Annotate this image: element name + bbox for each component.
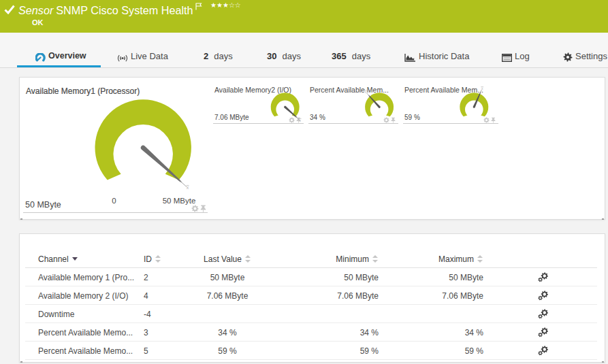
channel-table-panel: Channel ID Last Value Minimum Maximum Av… <box>19 233 605 363</box>
channel-row[interactable]: Available Memory 2 (I/O)47.06 MByte7.06 … <box>25 286 597 304</box>
tab-30-days[interactable]: 30days <box>267 51 301 63</box>
pin-icon[interactable] <box>491 117 496 123</box>
cell-id: 4 <box>144 286 170 304</box>
tab-2-days[interactable]: 2days <box>204 51 233 63</box>
gauge-divider <box>213 123 304 124</box>
sort-desc-icon <box>72 257 78 261</box>
cell-minimum: 7.06 MByte <box>285 286 384 304</box>
channel-settings-icon[interactable] <box>538 346 549 356</box>
channel-table-header-row: Channel ID Last Value Minimum Maximum <box>25 252 597 267</box>
gauge-title: Available Memory1 (Processor) <box>26 86 140 96</box>
tab-label: Settings <box>575 51 607 61</box>
gear-icon[interactable] <box>191 205 199 212</box>
column-header-last-value[interactable]: Last Value <box>170 252 285 267</box>
cell-channel[interactable]: Available Memory 2 (I/O) <box>25 286 144 304</box>
column-header-actions <box>489 252 597 267</box>
cell-minimum: 59 % <box>285 341 384 359</box>
sortable-icon <box>245 255 251 263</box>
gauge-title: Percent Available Mem... <box>404 86 483 94</box>
log-icon <box>502 54 512 62</box>
gauge-divider <box>403 123 498 124</box>
column-label: ID <box>144 254 152 264</box>
cell-channel[interactable]: Percent Available Memo... <box>25 322 144 341</box>
sortable-icon <box>372 255 379 263</box>
channel-settings-icon[interactable] <box>538 327 549 337</box>
tab-overview[interactable]: Overview <box>35 51 86 63</box>
column-label: Channel <box>38 254 69 264</box>
channel-settings-icon[interactable] <box>538 291 549 301</box>
tab-label: Log <box>515 51 530 61</box>
priority-flag-icon[interactable] <box>195 3 203 10</box>
gear-icon[interactable] <box>383 117 389 123</box>
cell-actions <box>489 267 597 286</box>
column-header-maximum[interactable]: Maximum <box>384 252 489 267</box>
gauge-title: Percent Available Mem... <box>310 86 389 94</box>
priority-stars[interactable]: ★★★☆☆ <box>210 1 241 9</box>
tab-label: days <box>282 51 300 61</box>
cell-minimum: 34 % <box>285 322 384 341</box>
cell-maximum: 7.06 MByte <box>384 286 489 304</box>
cell-maximum: 34 % <box>384 322 489 341</box>
tab-log[interactable]: Log <box>502 51 530 63</box>
gauge-percent-available-memory-2: Percent Available Mem... 59 % <box>403 78 498 125</box>
pin-icon[interactable] <box>296 117 301 123</box>
gear-icon[interactable] <box>289 117 295 123</box>
cell-last-value: 34 % <box>170 322 285 341</box>
cell-minimum: 50 MByte <box>285 267 384 286</box>
cell-id: -4 <box>144 304 170 322</box>
cell-maximum <box>384 304 489 322</box>
cell-last-value: 7.06 MByte <box>170 286 285 304</box>
tab-historic-data[interactable]: Historic Data <box>404 51 469 63</box>
cell-actions <box>489 341 597 359</box>
gauge-actions <box>483 117 496 123</box>
channel-row[interactable]: Percent Available Memo...334 %34 %34 % <box>25 322 597 341</box>
cell-maximum: 50 MByte <box>384 267 489 286</box>
column-label: Maximum <box>438 254 474 264</box>
gauge-value: 50 MByte <box>25 200 61 210</box>
channel-row[interactable]: Percent Available Memo...559 %59 %59 % <box>25 341 597 359</box>
gauge-available-memory2: Available Memory2 (I/O) 7.06 MByte <box>213 78 304 125</box>
tab-label: Historic Data <box>419 51 469 61</box>
channel-row[interactable]: Downtime-4 <box>25 304 597 322</box>
tab-bar: Overview Live Data 2days 30days 365days … <box>0 33 608 68</box>
channel-row[interactable]: Available Memory 1 (Pro...250 MByte50 MB… <box>25 267 597 286</box>
column-header-channel[interactable]: Channel <box>25 252 144 267</box>
sensor-name: SNMP Cisco System Health <box>56 4 193 16</box>
tab-number: 2 <box>204 51 208 61</box>
sortable-icon <box>477 255 483 263</box>
sensor-header-bar: SensorSNMP Cisco System Health ★★★☆☆ OK <box>0 0 608 33</box>
cell-maximum: 59 % <box>384 341 489 359</box>
tab-live-data[interactable]: Live Data <box>117 51 168 63</box>
active-tab-underline <box>17 65 101 67</box>
gauge-value: 59 % <box>404 114 420 121</box>
gauge-icon <box>35 53 46 62</box>
cell-minimum <box>285 304 384 322</box>
cell-id: 2 <box>144 267 170 286</box>
gauge-scale-min: 0 <box>112 197 116 205</box>
gauge-value: 7.06 MByte <box>214 114 249 121</box>
tab-settings[interactable]: Settings <box>563 51 607 63</box>
tab-label: Overview <box>48 51 86 61</box>
status-ok-check-icon <box>4 5 15 14</box>
pin-icon[interactable] <box>200 205 206 212</box>
column-header-id[interactable]: ID <box>144 252 170 267</box>
area-chart-icon <box>404 54 416 62</box>
cell-channel[interactable]: Downtime <box>25 304 144 322</box>
gear-icon[interactable] <box>483 117 490 123</box>
tab-label: Live Data <box>131 51 168 61</box>
cell-actions <box>489 322 597 341</box>
cell-channel[interactable]: Available Memory 1 (Pro... <box>25 267 144 286</box>
column-header-minimum[interactable]: Minimum <box>285 252 384 267</box>
status-badge: OK <box>32 18 44 27</box>
gauge-value: 34 % <box>310 114 325 121</box>
gauge-divider <box>23 212 208 213</box>
tab-365-days[interactable]: 365days <box>332 51 370 63</box>
tab-number: 365 <box>332 51 347 61</box>
channel-settings-icon[interactable] <box>538 309 549 319</box>
gauge-scale-max: 50 MByte <box>163 197 196 205</box>
cell-channel[interactable]: Percent Available Memo... <box>25 341 144 359</box>
channel-settings-icon[interactable] <box>538 272 549 282</box>
page-title: SensorSNMP Cisco System Health <box>18 3 193 17</box>
gauge-available-memory1: Available Memory1 (Processor) 0 50 MByte… <box>20 78 208 219</box>
pin-icon[interactable] <box>391 117 396 123</box>
